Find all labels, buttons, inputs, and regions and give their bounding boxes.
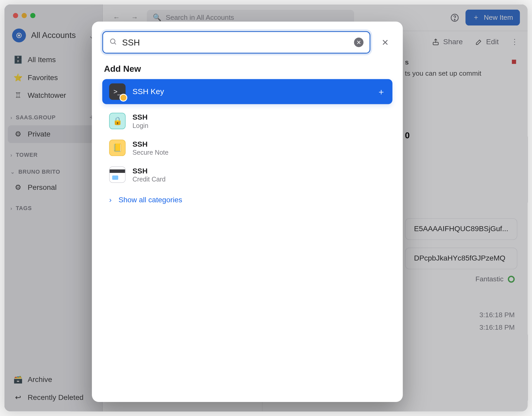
modal-heading: Add New bbox=[104, 64, 391, 74]
search-icon bbox=[109, 38, 117, 47]
app-window: All Accounts ⌄ 🗄️ All Items ⭐ Favorites … bbox=[4, 4, 528, 412]
category-login[interactable]: 🔒 SSH Login bbox=[102, 108, 393, 134]
terminal-key-icon: >_ bbox=[109, 83, 125, 100]
result-subtitle: Secure Note bbox=[132, 148, 169, 156]
modal-search-input[interactable] bbox=[122, 37, 349, 47]
chevron-right-icon: › bbox=[109, 196, 111, 204]
category-secure-note[interactable]: 📒 SSH Secure Note bbox=[102, 134, 393, 161]
result-subtitle: Login bbox=[132, 122, 148, 129]
category-credit-card[interactable]: SSH Credit Card bbox=[102, 161, 393, 188]
result-title: SSH bbox=[132, 113, 148, 122]
result-title: SSH bbox=[132, 140, 169, 148]
new-item-modal: ✕ ✕ Add New >_ SSH Key ＋ 🔒 SSH Login 📒 S… bbox=[92, 22, 403, 402]
login-icon: 🔒 bbox=[109, 113, 125, 129]
note-icon: 📒 bbox=[109, 140, 125, 156]
category-label: SSH Key bbox=[132, 87, 164, 96]
clear-search-icon[interactable]: ✕ bbox=[354, 38, 364, 47]
show-all-categories[interactable]: › Show all categories bbox=[102, 188, 393, 204]
category-ssh-key[interactable]: >_ SSH Key ＋ bbox=[102, 79, 393, 104]
result-title: SSH bbox=[132, 167, 166, 175]
plus-icon: ＋ bbox=[377, 86, 385, 98]
show-all-label: Show all categories bbox=[118, 196, 182, 204]
close-modal-button[interactable]: ✕ bbox=[378, 35, 393, 50]
svg-point-5 bbox=[110, 39, 115, 43]
result-subtitle: Credit Card bbox=[132, 175, 166, 183]
credit-card-icon bbox=[109, 166, 125, 183]
modal-search[interactable]: ✕ bbox=[102, 31, 370, 54]
